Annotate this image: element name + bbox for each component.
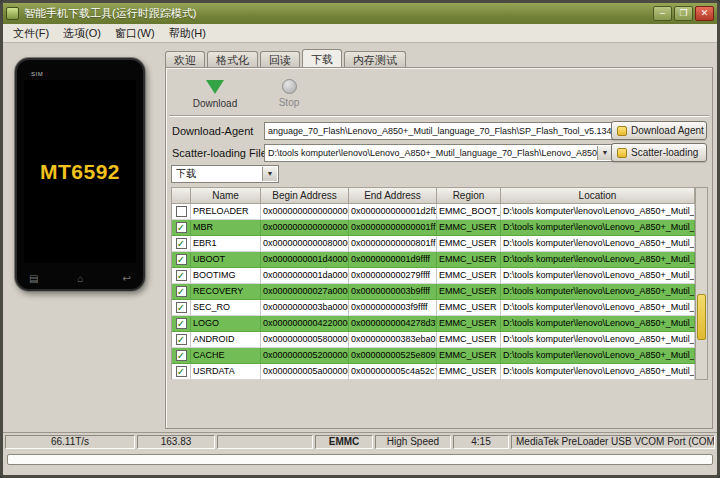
checkbox-checked-icon[interactable]: ✓ [176, 366, 187, 377]
table-row[interactable]: ✓RECOVERY0x00000000027a00000x0000000003b… [171, 284, 695, 300]
row-checkbox[interactable]: ✓ [171, 236, 191, 252]
table-row[interactable]: ✓ANDROID0x00000000058000000x00000000383e… [171, 332, 695, 348]
scrollbar-thumb[interactable] [697, 294, 706, 340]
table-row[interactable]: ✓SEC_RO0x0000000003ba00000x0000000003f9f… [171, 300, 695, 316]
table-row[interactable]: ✓BOOTIMG0x0000000001da00000x000000000279… [171, 268, 695, 284]
table-row[interactable]: ✓CACHE0x00000000520000000x00000000525e80… [171, 348, 695, 364]
menu-options[interactable]: 选项(O) [56, 24, 108, 43]
download-panel: Download Stop Download-Agent anguage_70_… [165, 67, 713, 429]
cell-name: RECOVERY [191, 284, 261, 300]
cell-location: D:\tools komputer\lenovo\Lenovo_A850+_Mu… [501, 332, 695, 348]
status-speed: 66.11T/s [5, 435, 135, 449]
checkbox-checked-icon[interactable]: ✓ [176, 302, 187, 313]
menu-help[interactable]: 帮助(H) [162, 24, 213, 43]
scatter-file-label: Scatter-loading File [172, 147, 267, 159]
scatter-dropdown-arrow-icon[interactable]: ▼ [597, 146, 612, 160]
menu-window[interactable]: 窗口(W) [108, 24, 162, 43]
row-checkbox[interactable]: ✓ [171, 364, 191, 380]
mode-dropdown-arrow-icon[interactable]: ▼ [262, 167, 277, 181]
stop-action-button[interactable]: Stop [254, 75, 324, 108]
checkbox-checked-icon[interactable]: ✓ [176, 350, 187, 361]
cell-region: EMMC_USER [437, 252, 501, 268]
mode-select[interactable]: 下载 ▼ [171, 165, 279, 183]
cell-end-address: 0x0000000003b9ffff [349, 284, 437, 300]
phone-back-icon: ↩ [123, 273, 131, 285]
table-row[interactable]: PRELOADER0x00000000000000000x00000000000… [171, 204, 695, 220]
row-checkbox[interactable]: ✓ [171, 284, 191, 300]
cell-end-address: 0x00000000000001ff [349, 220, 437, 236]
row-checkbox[interactable]: ✓ [171, 220, 191, 236]
download-agent-row: Download-Agent anguage_70_Flash\Lenovo_A… [166, 121, 712, 141]
row-checkbox[interactable]: ✓ [171, 348, 191, 364]
table-row[interactable]: ✓UBOOT0x0000000001d400000x0000000001d9ff… [171, 252, 695, 268]
checkbox-checked-icon[interactable]: ✓ [176, 334, 187, 345]
download-arrow-icon [206, 80, 224, 94]
phone-screen: MT6592 [24, 80, 136, 263]
table-row[interactable]: ✓EBR10x00000000000800000x00000000000801f… [171, 236, 695, 252]
checkbox-checked-icon[interactable]: ✓ [176, 286, 187, 297]
scatter-loading-button[interactable]: Scatter-loading [611, 143, 707, 162]
checkbox-checked-icon[interactable]: ✓ [176, 238, 187, 249]
row-checkbox[interactable] [171, 204, 191, 220]
table-row[interactable]: ✓USRDATA0x000000005a0000000x000000005c4a… [171, 364, 695, 380]
download-agent-input[interactable]: anguage_70_Flash\Lenovo_A850+_Mutil_lang… [264, 122, 614, 140]
row-checkbox[interactable]: ✓ [171, 252, 191, 268]
partition-table: Name Begin Address End Address Region Lo… [171, 187, 695, 380]
header-location: Location [501, 187, 695, 204]
tab-memory-test[interactable]: 内存测试 [344, 51, 406, 67]
cell-begin-address: 0x0000000004220000 [261, 316, 349, 332]
phone-menu-icon: ▤ [29, 273, 38, 285]
status-com-port: MediaTek PreLoader USB VCOM Port (COM7) [511, 435, 715, 449]
cell-end-address: 0x00000000383eba07 [349, 332, 437, 348]
close-button[interactable]: ✕ [695, 6, 714, 21]
tab-format[interactable]: 格式化 [207, 51, 258, 67]
cell-end-address: 0x00000000525e8093 [349, 348, 437, 364]
minimize-button[interactable]: – [653, 6, 672, 21]
tab-download[interactable]: 下载 [302, 49, 342, 67]
checkbox-checked-icon[interactable]: ✓ [176, 270, 187, 281]
cell-location: D:\tools komputer\lenovo\Lenovo_A850+_Mu… [501, 204, 695, 220]
tab-strip: 欢迎 格式化 回读 下载 内存测试 [165, 49, 408, 67]
cell-location: D:\tools komputer\lenovo\Lenovo_A850+_Mu… [501, 316, 695, 332]
row-checkbox[interactable]: ✓ [171, 268, 191, 284]
row-checkbox[interactable]: ✓ [171, 332, 191, 348]
table-row[interactable]: ✓LOGO0x00000000042200000x0000000004278d3… [171, 316, 695, 332]
cell-end-address: 0x000000005c4a52c7 [349, 364, 437, 380]
menu-file[interactable]: 文件(F) [6, 24, 56, 43]
download-action-button[interactable]: Download [180, 75, 250, 109]
cell-begin-address: 0x0000000052000000 [261, 348, 349, 364]
cell-location: D:\tools komputer\lenovo\Lenovo_A850+_Mu… [501, 300, 695, 316]
cell-begin-address: 0x00000000027a0000 [261, 284, 349, 300]
row-checkbox[interactable]: ✓ [171, 300, 191, 316]
table-row[interactable]: ✓MBR0x00000000000000000x00000000000001ff… [171, 220, 695, 236]
download-agent-button[interactable]: Download Agent [611, 121, 707, 140]
checkbox-unchecked-icon[interactable] [176, 206, 187, 217]
checkbox-checked-icon[interactable]: ✓ [176, 254, 187, 265]
checkbox-checked-icon[interactable]: ✓ [176, 318, 187, 329]
cell-location: D:\tools komputer\lenovo\Lenovo_A850+_Mu… [501, 284, 695, 300]
agent-file-icon [617, 126, 627, 136]
cell-name: LOGO [191, 316, 261, 332]
cell-name: CACHE [191, 348, 261, 364]
phone-sim-label: SIM [31, 71, 43, 77]
cell-name: EBR1 [191, 236, 261, 252]
cell-begin-address: 0x0000000003ba0000 [261, 300, 349, 316]
tab-readback[interactable]: 回读 [260, 51, 300, 67]
phone-preview-image: SIM MT6592 ▤ ⌂ ↩ [15, 58, 145, 291]
tab-welcome[interactable]: 欢迎 [165, 51, 205, 67]
cell-region: EMMC_USER [437, 300, 501, 316]
stop-icon [282, 79, 297, 94]
table-header: Name Begin Address End Address Region Lo… [171, 187, 695, 204]
chipset-label: MT6592 [40, 160, 120, 184]
table-scrollbar[interactable] [695, 187, 708, 380]
maximize-button[interactable]: ❐ [674, 6, 693, 21]
download-agent-button-label: Download Agent [631, 125, 704, 136]
scatter-file-input[interactable]: D:\tools komputer\lenovo\Lenovo_A850+_Mu… [264, 144, 614, 162]
phone-nav-bar: ▤ ⌂ ↩ [29, 273, 131, 285]
cell-begin-address: 0x0000000005800000 [261, 332, 349, 348]
checkbox-checked-icon[interactable]: ✓ [176, 222, 187, 233]
cell-begin-address: 0x0000000000080000 [261, 236, 349, 252]
cell-begin-address: 0x000000005a000000 [261, 364, 349, 380]
row-checkbox[interactable]: ✓ [171, 316, 191, 332]
cell-name: SEC_RO [191, 300, 261, 316]
